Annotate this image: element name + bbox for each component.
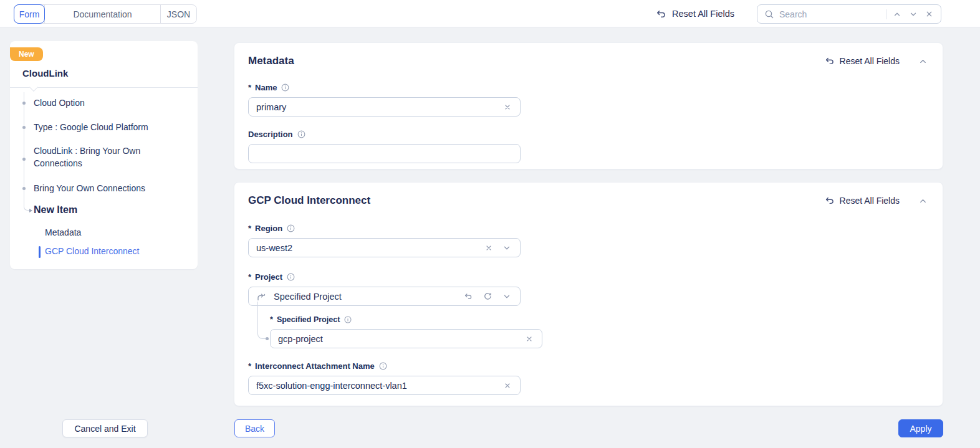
region-field-label: Region	[255, 224, 282, 233]
sidebar-title: CloudLink	[22, 68, 68, 79]
gcp-cloud-interconnect-section: GCP Cloud Interconnect Reset All Fields …	[234, 182, 943, 406]
section-title: Metadata	[248, 55, 294, 67]
interconnect-field-label: Interconnect Attachment Name	[255, 361, 375, 371]
sidebar-divider	[10, 87, 198, 88]
search-close-icon[interactable]	[924, 9, 934, 19]
required-marker: *	[248, 83, 251, 92]
required-marker: *	[248, 272, 251, 282]
tab-form[interactable]: Form	[14, 4, 45, 24]
tree-bullet	[22, 158, 26, 161]
specified-project-nested-group: * Specified Project	[270, 315, 542, 348]
interconnect-label-row: * Interconnect Attachment Name	[248, 361, 521, 371]
project-field-label: Project	[255, 272, 282, 282]
undo-icon	[656, 9, 666, 19]
description-field-label: Description	[248, 130, 293, 139]
info-icon[interactable]	[286, 272, 295, 282]
info-icon[interactable]	[286, 224, 295, 233]
name-input-box	[248, 97, 521, 117]
navigation-sidebar: New CloudLink Cloud Option Type : Google…	[10, 41, 198, 269]
info-icon[interactable]	[297, 130, 306, 139]
back-button[interactable]: Back	[234, 419, 275, 437]
name-field-label: Name	[255, 83, 277, 92]
dropdown-chevron-down-icon[interactable]	[501, 291, 512, 302]
specified-project-input-box	[270, 329, 542, 348]
clear-field-x-icon[interactable]	[524, 334, 534, 344]
cancel-and-exit-button[interactable]: Cancel and Exit	[62, 419, 148, 437]
specified-project-label-row: * Specified Project	[270, 315, 542, 324]
section-reset-fields-button[interactable]: Reset All Fields	[825, 56, 900, 66]
interconnect-input-box	[248, 376, 521, 395]
section-title: GCP Cloud Interconnect	[248, 194, 370, 207]
section-reset-fields-button[interactable]: Reset All Fields	[825, 196, 900, 206]
status-badge: New	[10, 47, 43, 61]
region-field-label-row: * Region	[248, 224, 929, 233]
search-next-chevron-down-icon[interactable]	[908, 9, 919, 20]
search-icon	[764, 9, 774, 19]
project-field-label-row: * Project	[248, 272, 929, 282]
info-icon[interactable]	[281, 83, 290, 92]
search-input[interactable]	[779, 9, 881, 19]
tree-bullet	[22, 102, 26, 105]
clear-field-x-icon[interactable]	[484, 243, 494, 253]
dropdown-chevron-down-icon[interactable]	[501, 242, 512, 254]
collapse-notch-icon[interactable]	[29, 83, 38, 92]
clear-field-x-icon[interactable]	[502, 381, 512, 391]
specified-project-label: Specified Project	[277, 315, 340, 324]
undo-icon	[825, 56, 835, 66]
section-reset-label: Reset All Fields	[840, 196, 900, 206]
tree-connector-line	[24, 92, 24, 198]
sidebar-item-cloudlink-byo[interactable]: CloudLink : Bring Your Own Connections	[34, 145, 185, 169]
one-of-branch-icon	[256, 292, 266, 302]
interconnect-field-group: * Interconnect Attachment Name	[248, 361, 521, 395]
project-oneof-select[interactable]: Specified Project	[248, 287, 521, 306]
section-reset-label: Reset All Fields	[840, 56, 900, 66]
sidebar-item-gcp-cloud-interconnect[interactable]: GCP Cloud Interconnect	[45, 246, 140, 256]
sidebar-item-metadata[interactable]: Metadata	[45, 227, 81, 237]
tab-json[interactable]: JSON	[160, 5, 196, 23]
search-prev-chevron-up-icon[interactable]	[891, 9, 903, 20]
search-divider	[886, 9, 886, 19]
field-refresh-icon[interactable]	[482, 290, 494, 302]
name-input[interactable]	[256, 102, 495, 112]
required-marker: *	[248, 361, 251, 371]
tree-elbow-arrow-icon	[24, 198, 29, 211]
description-field-label-row: Description	[248, 130, 929, 139]
nested-field-connector	[257, 302, 267, 339]
required-marker: *	[270, 315, 273, 324]
sidebar-item-type[interactable]: Type : Google Cloud Platform	[34, 121, 185, 133]
collapse-section-chevron-up-icon[interactable]	[917, 195, 929, 207]
tab-documentation[interactable]: Documentation	[44, 5, 160, 23]
clear-field-x-icon[interactable]	[502, 102, 512, 112]
sidebar-item-cloud-option[interactable]: Cloud Option	[34, 97, 185, 109]
tree-bullet	[22, 187, 26, 190]
apply-button[interactable]: Apply	[898, 419, 943, 437]
undo-icon	[825, 196, 835, 206]
interconnect-attachment-name-input[interactable]	[256, 381, 495, 391]
required-marker: *	[248, 224, 251, 233]
description-input-box	[248, 144, 521, 163]
region-select-value: us-west2	[256, 243, 476, 253]
description-input[interactable]	[256, 149, 512, 159]
name-field-label-row: * Name	[248, 83, 929, 92]
metadata-section: Metadata Reset All Fields * Name	[234, 42, 943, 169]
search-box	[757, 4, 941, 24]
specified-project-input[interactable]	[278, 334, 517, 344]
info-icon[interactable]	[343, 315, 352, 324]
info-icon[interactable]	[378, 361, 388, 371]
field-undo-icon[interactable]	[463, 290, 474, 302]
reset-all-fields-label: Reset All Fields	[672, 9, 734, 19]
reset-all-fields-button[interactable]: Reset All Fields	[656, 0, 734, 27]
view-tab-group: Form Documentation JSON	[14, 4, 197, 24]
tree-bullet	[22, 126, 26, 129]
top-toolbar: Form Documentation JSON Reset All Fields	[0, 0, 980, 27]
region-select[interactable]: us-west2	[248, 238, 521, 257]
sidebar-item-new-item[interactable]: New Item	[34, 204, 77, 216]
sidebar-item-byo-connections[interactable]: Bring Your Own Connections	[34, 182, 185, 194]
selected-item-indicator	[39, 246, 41, 258]
project-select-value: Specified Project	[274, 292, 455, 302]
collapse-section-chevron-up-icon[interactable]	[917, 55, 929, 67]
